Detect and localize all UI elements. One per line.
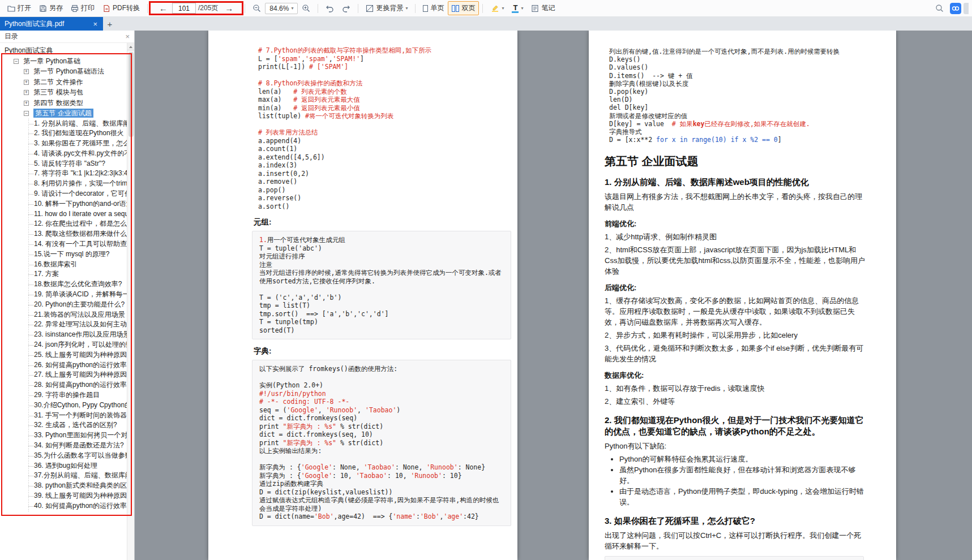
prev-page-button[interactable]: ← xyxy=(155,3,172,13)
toc-question-item[interactable]: 36. 遇到bug如何处理 xyxy=(0,461,134,471)
toc-question-label: 34. 如何判断是函数还是方法? xyxy=(34,441,124,449)
toc-question-item[interactable]: 19. 简单谈谈ACID，并解释每一个特性 xyxy=(0,290,134,300)
expand-expander-icon[interactable]: + xyxy=(24,80,29,85)
toc-question-item[interactable]: 30.介绍Cython, Pypy Cpython的区别 xyxy=(0,400,134,411)
code-line: 以上实例输出结果为: xyxy=(259,447,504,455)
paragraph: 1、减少http请求、例如制作精灵图 xyxy=(605,231,868,242)
toc-question-item[interactable]: 33. Python里面如何拷贝一个对象 xyxy=(0,430,134,441)
notes-button[interactable]: 笔记 xyxy=(527,2,559,15)
toc-root-item[interactable]: Python面试宝典 xyxy=(0,45,134,56)
toc-section-list: + 第一节 Python基础语法 + 第二节 文件操作 + 第三节 模块与包 xyxy=(0,66,134,108)
code-block-dict-ops: 列出所有的键,值.注意得到的是一个可迭代对象,而不是列表.用的时候需要转换D.k… xyxy=(609,48,868,144)
toc-question-item[interactable]: 24. json序列化时，可以处理的数据类型 xyxy=(0,340,134,350)
toc-question-item[interactable]: 21.装饰器的写法以及应用场景 xyxy=(0,310,134,320)
zoom-in-button[interactable] xyxy=(298,2,314,14)
expand-expander-icon[interactable]: + xyxy=(24,90,29,95)
page-number-input[interactable] xyxy=(172,3,196,14)
next-page-button[interactable]: → xyxy=(220,3,238,13)
code-line: 注意 xyxy=(259,261,504,269)
toc-question-item[interactable]: 18.数据库怎么优化查询效率? xyxy=(0,279,134,290)
toc-question-item[interactable]: 13. 爬取这些数据都用来做什么的 xyxy=(0,229,134,239)
print-button[interactable]: 打印 xyxy=(67,2,99,15)
outline-close-icon[interactable]: × xyxy=(125,32,130,41)
double-page-button[interactable]: 双页 xyxy=(448,1,479,15)
toc-question-item[interactable]: 25. 线上服务可能因为种种原因导致挂掉 xyxy=(0,350,134,360)
outline-scrollbar[interactable] xyxy=(127,43,134,560)
toc-question-item[interactable]: 38. python新式类和经典类的区别 xyxy=(0,481,134,491)
toc-question-item[interactable]: 37.分别从前端、后端、数据库阐述web项目的性能 xyxy=(0,471,134,481)
heading: 1. 分别从前端、后端、数据库阐述web项目的性能优化 xyxy=(605,176,868,188)
change-background-button[interactable]: 更换背景 ▾ xyxy=(362,2,412,15)
toc-question-item[interactable]: 29. 字符串的操作题目 xyxy=(0,390,134,400)
toc-question-item[interactable]: 1. 分别从前端、后端、数据库阐述web项目的性能优化 xyxy=(0,119,134,129)
pdf-convert-button[interactable]: PDF转换 xyxy=(99,2,144,15)
highlighter-button[interactable]: ▾ xyxy=(486,2,508,14)
save-as-button[interactable]: 另存 xyxy=(35,2,67,15)
chevron-down-icon: ▾ xyxy=(521,6,523,11)
zoom-level-select[interactable]: 84.6% ▾ xyxy=(265,3,298,14)
tab-close-icon[interactable]: × xyxy=(92,20,99,28)
toc-question-item[interactable]: 15.说一下 mysql 的原理? xyxy=(0,249,134,260)
toc-question-item[interactable]: 28. 如何提高python的运行效率 xyxy=(0,380,134,390)
toc-question-item[interactable]: 3. 如果你困在了死循环里，怎么打破它? xyxy=(0,139,134,149)
redo-button[interactable] xyxy=(338,3,354,14)
collapse-expander-icon[interactable]: − xyxy=(24,111,29,116)
search-button[interactable] xyxy=(931,2,948,14)
toc-question-item[interactable]: 8. 利用切片操作，实现一个trim()函数 xyxy=(0,179,134,189)
tab-bar: Python面试宝典.pdf × + xyxy=(0,17,972,31)
background-icon xyxy=(366,5,374,12)
toc-question-item[interactable]: 31. 手写一个判断时间的装饰器 xyxy=(0,411,134,421)
toc-question-item[interactable]: 40. 如何提高python的运行效率 xyxy=(0,501,134,511)
collapse-expander-icon[interactable]: − xyxy=(14,59,19,64)
chevron-down-icon: ▾ xyxy=(502,6,504,11)
toc-question-label: 16.数据库索引 xyxy=(34,260,78,268)
toc-question-item[interactable]: 20. Python的主要功能是什么? xyxy=(0,300,134,310)
toc-question-item[interactable]: 27. 线上服务可能因为种种原因导致挂掉 xyxy=(0,370,134,380)
toc-question-item[interactable]: 10. 解释一下python的and-or语法 xyxy=(0,199,134,209)
toc-question-label: 39. 线上服务可能因为种种原因导致挂掉 xyxy=(34,492,134,499)
toc-question-item[interactable]: 5. 请反转字符串 "aStr"? xyxy=(0,159,134,169)
toc-question-item[interactable]: 17. 方案 xyxy=(0,269,134,279)
toc-question-label: 3. 如果你困在了死循环里，怎么打破它? xyxy=(34,139,134,147)
toc-question-item[interactable]: 16.数据库索引 xyxy=(0,260,134,270)
code-line: D = [x:x**2 for x in range(10) if x %2 =… xyxy=(609,136,868,144)
code-line: 删除字典(根据键)以及长度 xyxy=(609,80,868,88)
toc-section-item[interactable]: + 第四节 数据类型 xyxy=(0,98,134,109)
toc-question-item[interactable]: 2. 我们都知道现在Python很火，但是对于一门技术我们 xyxy=(0,128,134,139)
undo-button[interactable] xyxy=(322,3,338,14)
toc-question-item[interactable]: 11. how do I iterate over a sequence in … xyxy=(0,209,134,219)
document-tab[interactable]: Python面试宝典.pdf × xyxy=(0,17,103,31)
text-tool-button[interactable]: T ▾ xyxy=(508,2,527,15)
toc-question-item[interactable]: 14. 有没有一个工具可以帮助查找python的bug xyxy=(0,239,134,249)
open-button[interactable]: 打开 xyxy=(3,2,35,15)
toc-chapter-item[interactable]: − 第一章 Python基础 xyxy=(0,56,134,67)
scrollbar-thumb[interactable] xyxy=(129,52,134,137)
toc-question-item[interactable]: 12. 你在爬虫过程中，都是怎么解决反爬的 xyxy=(0,219,134,229)
link-badge-icon[interactable] xyxy=(950,3,961,14)
toc-question-item[interactable]: 9. 请设计一个decorator，它可作用于任何函数 xyxy=(0,189,134,199)
zoom-out-button[interactable] xyxy=(249,2,265,14)
single-page-button[interactable]: 单页 xyxy=(419,1,448,15)
toc-question-item[interactable]: 32. 生成器，迭代器的区别? xyxy=(0,420,134,430)
toc-question-item[interactable]: 35.为什么函数名字可以当做参数用 xyxy=(0,451,134,461)
toc-question-item[interactable]: 22. 异常处理写法以及如何主动抛出异常 xyxy=(0,320,134,330)
toc-question-item[interactable]: 4. 请谈谈.pyc文件和.py文件的不同之处 xyxy=(0,149,134,159)
toc-active-section-item[interactable]: − 第五节 企业面试题 xyxy=(0,108,134,119)
toc-question-list: 1. 分别从前端、后端、数据库阐述web项目的性能优化 2. 我们都知道现在Py… xyxy=(0,119,134,511)
toc-question-item[interactable]: 34. 如何判断是函数还是方法? xyxy=(0,441,134,451)
pdf-convert-icon xyxy=(102,5,110,12)
toc-question-item[interactable]: 39. 线上服务可能因为种种原因导致挂掉 xyxy=(0,491,134,501)
chevron-down-icon: ▾ xyxy=(405,6,408,11)
expand-expander-icon[interactable]: + xyxy=(24,69,29,74)
toc-question-item[interactable]: 7. 将字符串 "k:1 |k1:2|k2:3|k3:4" 处理成字典 xyxy=(0,169,134,179)
toc-section-item[interactable]: + 第一节 Python基础语法 xyxy=(0,66,134,77)
toc-section-item[interactable]: + 第三节 模块与包 xyxy=(0,87,134,98)
toc-question-label: 1. 分别从前端、后端、数据库阐述web项目的性能优化 xyxy=(34,119,134,127)
scroll-up-arrow-icon[interactable] xyxy=(127,43,134,50)
document-viewport[interactable]: # 7.Python的列表的截取与字符串操作类型相同,如下所示L = ['spa… xyxy=(135,31,972,560)
toc-question-item[interactable]: 23. isinstance作用以及应用场景 xyxy=(0,330,134,340)
toc-section-item[interactable]: + 第二节 文件操作 xyxy=(0,77,134,88)
toc-question-item[interactable]: 26. 如何提高python的运行效率 xyxy=(0,360,134,371)
new-tab-button[interactable]: + xyxy=(103,17,117,31)
expand-expander-icon[interactable]: + xyxy=(24,101,29,106)
